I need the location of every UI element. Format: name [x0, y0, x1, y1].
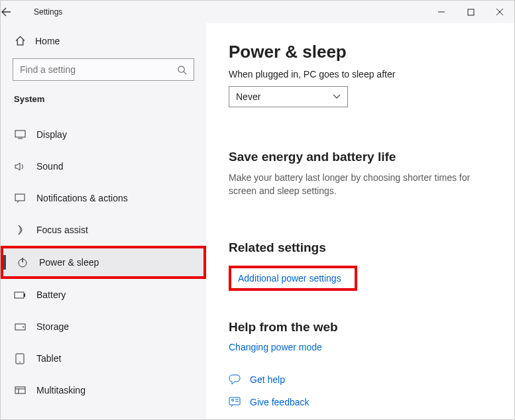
nav-label: Display — [36, 129, 67, 140]
content-pane: Power & sleep When plugged in, PC goes t… — [206, 23, 514, 420]
get-help-icon — [229, 374, 241, 385]
feedback-icon — [229, 397, 241, 407]
nav-label: Multitasking — [36, 385, 86, 395]
multitasking-icon — [14, 386, 26, 394]
search-icon — [177, 65, 187, 75]
sidebar-item-focus-assist[interactable]: Focus assist — [1, 214, 206, 246]
home-label: Home — [35, 36, 60, 46]
close-button[interactable] — [485, 1, 514, 23]
focus-assist-icon — [14, 225, 26, 235]
sidebar-home[interactable]: Home — [1, 31, 206, 50]
sidebar: Home System Display Sound Notifications … — [1, 23, 206, 420]
title-bar: Settings — [1, 1, 514, 23]
sidebar-item-power-sleep[interactable]: Power & sleep — [1, 246, 206, 279]
get-help-row[interactable]: Get help — [229, 374, 492, 385]
nav-label: Focus assist — [36, 225, 88, 235]
minimize-button[interactable] — [427, 1, 456, 23]
sidebar-item-multitasking[interactable]: Multitasking — [1, 374, 206, 406]
svg-rect-10 — [24, 293, 25, 297]
nav-label: Storage — [36, 321, 69, 332]
sleep-dropdown[interactable]: Never — [229, 86, 348, 107]
sidebar-item-battery[interactable]: Battery — [1, 279, 206, 311]
svg-point-19 — [232, 399, 234, 401]
highlight-box: Additional power settings — [229, 266, 357, 291]
get-help-link[interactable]: Get help — [250, 374, 285, 385]
svg-rect-6 — [15, 194, 25, 201]
nav-label: Sound — [36, 161, 63, 172]
sidebar-item-notifications[interactable]: Notifications & actions — [1, 182, 206, 214]
sidebar-item-display[interactable]: Display — [1, 119, 206, 150]
svg-rect-4 — [15, 131, 25, 137]
sidebar-item-tablet[interactable]: Tablet — [1, 342, 206, 374]
related-heading: Related settings — [229, 240, 492, 255]
nav-label: Battery — [36, 289, 66, 300]
home-icon — [14, 35, 26, 46]
give-feedback-link[interactable]: Give feedback — [250, 397, 310, 407]
energy-heading: Save energy and battery life — [229, 150, 492, 164]
sidebar-nav: Display Sound Notifications & actions Fo… — [1, 119, 206, 406]
window-controls — [427, 1, 514, 23]
svg-point-14 — [19, 361, 21, 362]
help-heading: Help from the web — [229, 320, 492, 335]
sidebar-section-title: System — [1, 91, 206, 108]
sleep-dropdown-value: Never — [236, 91, 260, 102]
give-feedback-row[interactable]: Give feedback — [229, 397, 492, 407]
svg-point-2 — [178, 66, 184, 72]
nav-label: Tablet — [36, 353, 61, 364]
storage-icon — [14, 323, 26, 331]
display-icon — [14, 130, 26, 139]
chevron-down-icon — [333, 94, 341, 99]
changing-power-mode-link[interactable]: Changing power mode — [229, 342, 322, 352]
svg-rect-1 — [468, 9, 474, 15]
svg-point-12 — [23, 326, 24, 327]
search-input[interactable] — [20, 64, 177, 75]
battery-icon — [14, 291, 26, 299]
sound-icon — [14, 162, 26, 172]
maximize-button[interactable] — [456, 1, 485, 23]
sidebar-item-sound[interactable]: Sound — [1, 150, 206, 182]
power-icon — [17, 257, 29, 268]
nav-label: Power & sleep — [39, 257, 99, 268]
sidebar-item-storage[interactable]: Storage — [1, 311, 206, 342]
svg-line-3 — [184, 72, 186, 74]
tablet-icon — [14, 353, 26, 364]
app-title: Settings — [30, 7, 62, 17]
svg-rect-9 — [15, 292, 24, 298]
back-button[interactable] — [1, 7, 30, 17]
page-title: Power & sleep — [229, 42, 492, 62]
sleep-label: When plugged in, PC goes to sleep after — [229, 69, 492, 79]
energy-text: Make your battery last longer by choosin… — [229, 171, 487, 198]
search-box[interactable] — [13, 58, 194, 81]
notifications-icon — [14, 193, 26, 203]
additional-power-settings-link[interactable]: Additional power settings — [238, 273, 341, 284]
svg-rect-15 — [15, 387, 25, 394]
nav-label: Notifications & actions — [36, 193, 128, 203]
